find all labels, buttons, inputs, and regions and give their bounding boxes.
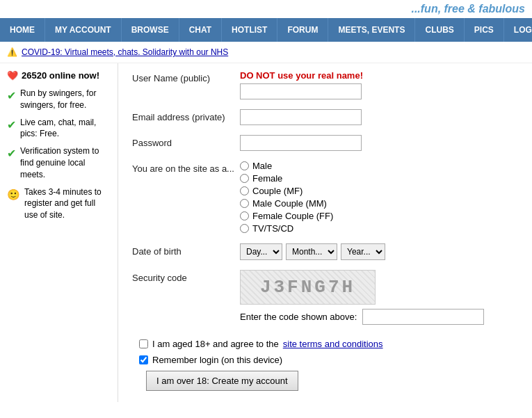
nav-home[interactable]: HOME	[0, 18, 45, 42]
dob-label: Date of birth	[132, 243, 240, 257]
password-control	[240, 135, 518, 151]
security-label: Security code	[132, 270, 240, 283]
radio-female[interactable]: Female	[240, 173, 518, 184]
radio-tv-ts-cd-input[interactable]	[240, 224, 249, 233]
username-notice: DO NOT use your real name!	[240, 70, 518, 81]
dob-control: Day... Month... Year...	[240, 243, 518, 260]
username-label: User Name (public)	[132, 70, 240, 83]
enter-code-label: Enter the code shown above:	[240, 312, 357, 322]
nav-hotlist[interactable]: HOTLIST	[222, 18, 277, 42]
radio-group-wrap: Male Female Couple (MF) Male Couple (MM)	[240, 161, 518, 234]
username-control: DO NOT use your real name!	[240, 70, 518, 99]
nav-meets-events[interactable]: MEETS, EVENTS	[328, 18, 415, 42]
password-input[interactable]	[240, 135, 362, 151]
site-as-label: You are on the site as a...	[132, 161, 240, 174]
remember-label: Remember login (on this device)	[152, 355, 282, 365]
warning-icon: ⚠️	[7, 47, 17, 57]
nav-pics[interactable]: PICS	[465, 18, 504, 42]
dob-year-select[interactable]: Year...	[341, 243, 385, 260]
radio-couple-mf[interactable]: Couple (MF)	[240, 186, 518, 196]
nav-forum[interactable]: FORUM	[277, 18, 328, 42]
terms-checkbox[interactable]	[139, 339, 148, 348]
sidebar-item-4: 🙂 Takes 3-4 minutes to register and get …	[7, 186, 111, 221]
dob-day-select[interactable]: Day...	[240, 243, 282, 260]
security-row: Security code J3FNG7H Enter the code sho…	[132, 270, 518, 325]
sidebar: ❤️ 26520 online now! ✔ Run by swingers, …	[0, 63, 118, 402]
radio-male[interactable]: Male	[240, 161, 518, 171]
nav-clubs[interactable]: CLUBS	[415, 18, 464, 42]
dob-row: Date of birth Day... Month... Year...	[132, 243, 518, 260]
form-area: User Name (public) DO NOT use your real …	[118, 63, 532, 402]
radio-female-couple-ff-input[interactable]	[240, 211, 249, 220]
nav-my-account[interactable]: MY ACCOUNT	[45, 18, 122, 42]
dob-month-select[interactable]: Month...	[286, 243, 337, 260]
radio-couple-mf-input[interactable]	[240, 186, 249, 195]
heart-icon: ❤️	[7, 70, 18, 81]
smiley-icon: 🙂	[7, 187, 20, 202]
tagline: ...fun, free & fabulous	[0, 0, 532, 18]
email-row: Email address (private)	[132, 109, 518, 125]
covid-banner: ⚠️ COVID-19: Virtual meets, chats. Solid…	[0, 42, 532, 63]
remember-row: Remember login (on this device)	[139, 355, 518, 365]
security-control: J3FNG7H Enter the code shown above:	[240, 270, 518, 325]
terms-link[interactable]: site terms and conditions	[283, 339, 383, 349]
radio-female-input[interactable]	[240, 174, 249, 183]
radio-female-couple-ff[interactable]: Female Couple (FF)	[240, 211, 518, 221]
check-icon-1: ✔	[7, 88, 16, 104]
submit-button[interactable]: I am over 18: Create my account	[146, 371, 298, 391]
security-input-row: Enter the code shown above:	[240, 309, 518, 325]
nav-chat[interactable]: CHAT	[179, 18, 222, 42]
radio-male-input[interactable]	[240, 161, 249, 170]
radio-group: Male Female Couple (MF) Male Couple (MM)	[240, 161, 518, 234]
navbar: HOME MY ACCOUNT BROWSE CHAT HOTLIST FORU…	[0, 18, 532, 42]
radio-male-couple-mm[interactable]: Male Couple (MM)	[240, 198, 518, 209]
radio-tv-ts-cd[interactable]: TV/TS/CD	[240, 223, 518, 234]
terms-text: I am aged 18+ and agree to the	[152, 339, 279, 349]
terms-row: I am aged 18+ and agree to the site term…	[139, 339, 518, 349]
email-control	[240, 109, 518, 125]
password-label: Password	[132, 135, 240, 148]
sidebar-item-1: ✔ Run by swingers, for swingers, for fre…	[7, 88, 111, 111]
captcha-image: J3FNG7H	[240, 270, 376, 305]
captcha-input[interactable]	[362, 309, 484, 325]
terms-section: I am aged 18+ and agree to the site term…	[132, 335, 518, 395]
email-label: Email address (private)	[132, 109, 240, 122]
sidebar-item-3: ✔ Verification system to find genuine lo…	[7, 145, 111, 180]
password-row: Password	[132, 135, 518, 151]
check-icon-2: ✔	[7, 118, 16, 133]
username-input[interactable]	[240, 83, 362, 99]
sidebar-item-2: ✔ Live cam, chat, mail, pics: Free.	[7, 117, 111, 140]
nav-browse[interactable]: BROWSE	[122, 18, 179, 42]
remember-checkbox[interactable]	[139, 355, 148, 364]
online-count: ❤️ 26520 online now!	[7, 70, 111, 81]
email-input[interactable]	[240, 109, 362, 125]
covid-link[interactable]: COVID-19: Virtual meets, chats. Solidari…	[22, 47, 228, 57]
username-row: User Name (public) DO NOT use your real …	[132, 70, 518, 99]
site-as-row: You are on the site as a... Male Female …	[132, 161, 518, 234]
nav-login[interactable]: LOGIN	[504, 18, 532, 42]
main-container: ❤️ 26520 online now! ✔ Run by swingers, …	[0, 63, 532, 402]
check-icon-3: ✔	[7, 146, 16, 161]
radio-male-couple-mm-input[interactable]	[240, 199, 249, 208]
